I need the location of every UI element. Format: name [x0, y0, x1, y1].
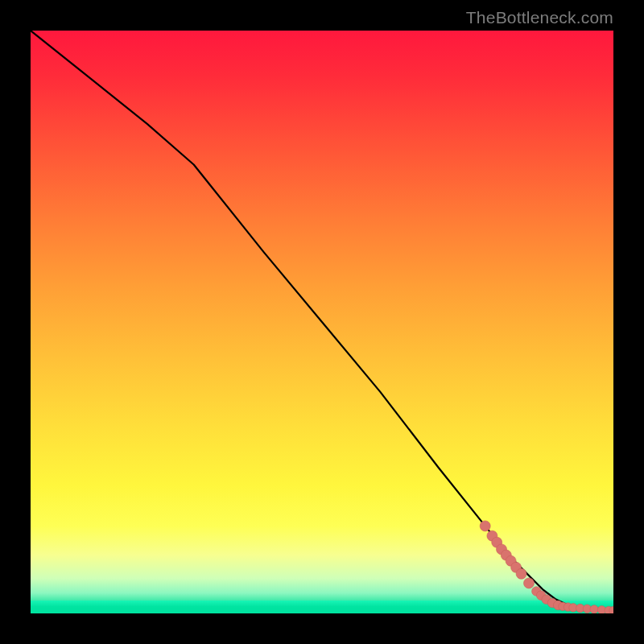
chart-frame: TheBottleneck.com [0, 0, 644, 644]
data-dot [480, 521, 490, 531]
data-dots [480, 521, 613, 613]
data-dot [516, 568, 526, 579]
chart-svg [31, 31, 613, 613]
data-dot [524, 578, 535, 588]
watermark-text: TheBottleneck.com [466, 8, 613, 27]
data-dot [590, 605, 598, 613]
bottleneck-curve [31, 31, 613, 610]
plot-area [31, 31, 613, 613]
